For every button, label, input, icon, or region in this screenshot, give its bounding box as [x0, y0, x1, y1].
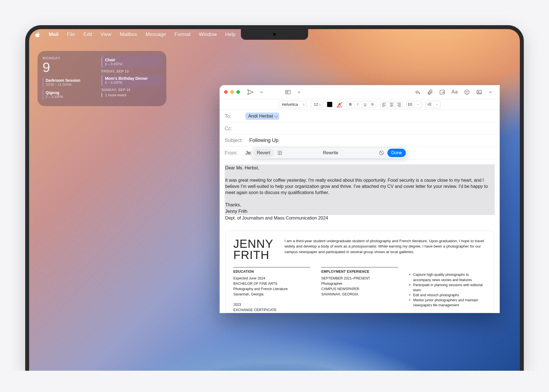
format-bar: Helvetica 12 B I U S [220, 99, 500, 110]
menubar-item-mailbox[interactable]: Mailbox [120, 32, 137, 38]
calendar-event[interactable]: Darkroom Session10:30 – 11:30AM [43, 77, 99, 88]
bold-button[interactable]: B [347, 101, 354, 108]
resume-bullets-column: Capture high-quality photographs to acco… [409, 267, 486, 312]
calendar-day-of-week: MONDAY [43, 56, 99, 60]
revert-button[interactable]: Revert [253, 149, 274, 157]
resume-line: Photographer [321, 281, 398, 286]
resume-bio: I am a third-year student undergraduate … [285, 238, 486, 261]
resume-line [233, 297, 310, 302]
menubar-app-name[interactable]: Mail [49, 32, 59, 38]
writing-tools-popover: Revert Rewrite Done [251, 147, 408, 158]
menubar-item-view[interactable]: View [101, 32, 111, 38]
cc-field-row[interactable]: Cc: [220, 123, 500, 135]
window-traffic-lights [224, 90, 240, 94]
italic-button[interactable]: I [354, 101, 361, 108]
background-color-none-icon[interactable] [336, 102, 343, 107]
menubar-item-edit[interactable]: Edit [83, 32, 92, 38]
resume-bullet: Capture high-quality photographs to acco… [409, 272, 486, 282]
align-left-button[interactable] [380, 101, 388, 108]
indent-button[interactable] [426, 101, 433, 108]
calendar-more-events[interactable]: 1 more event [101, 93, 161, 97]
screen: Mail File Edit View Mailbox Message Form… [29, 29, 520, 371]
window-titlebar: Aa [220, 85, 500, 99]
body-greeting: Dear Ms. Herbst, [225, 165, 259, 170]
to-field-row[interactable]: To: Andi Herbst [220, 110, 500, 123]
format-button[interactable]: Aa [450, 88, 459, 96]
writing-tools-list-icon[interactable] [277, 150, 283, 156]
underline-button[interactable]: U [361, 101, 369, 108]
send-button[interactable] [246, 88, 255, 96]
body-signature-dept: Dept. of Journalism and Mass Communicati… [225, 215, 494, 221]
svg-point-4 [467, 91, 468, 92]
subject-field-row[interactable]: Subject: Following Up [220, 135, 500, 146]
markup-button[interactable] [438, 88, 447, 96]
zoom-window-button[interactable] [236, 90, 240, 94]
resume-line: EXCHANGE CERTIFICATE [233, 307, 310, 313]
strikethrough-button[interactable]: S [369, 101, 376, 108]
resume-line: SEPTEMBER 2021–PRESENT [321, 276, 398, 281]
svg-point-9 [408, 105, 409, 106]
writing-tools-cancel-icon[interactable] [378, 150, 385, 156]
resume-line: SAVANNAH, GEORGIA [321, 292, 398, 297]
indent-chevron-icon[interactable] [433, 101, 440, 108]
header-fields-chevron-icon[interactable] [294, 88, 304, 96]
svg-point-3 [466, 91, 466, 92]
from-label: From: [225, 150, 242, 156]
message-body[interactable]: Dear Ms. Herbst, It was great meeting fo… [220, 160, 500, 226]
cc-label: Cc: [225, 126, 242, 132]
attachment-resume-preview[interactable]: JENNY FRITH I am a third-year student un… [225, 231, 494, 313]
align-right-button[interactable] [395, 101, 402, 108]
menubar-item-window[interactable]: Window [199, 32, 217, 38]
close-window-button[interactable] [224, 90, 228, 94]
from-field-row[interactable]: From: Jenny Fri Revert Rewrite Done [220, 146, 500, 160]
align-center-button[interactable] [388, 101, 395, 108]
menubar-item-message[interactable]: Message [146, 32, 166, 38]
resume-employment-column: EMPLOYMENT EXPERIENCE SEPTEMBER 2021–PRE… [321, 267, 398, 312]
calendar-widget[interactable]: MONDAY 9 Darkroom Session10:30 – 11:30AM… [38, 51, 166, 106]
text-align-segment [380, 101, 403, 108]
menubar-item-help[interactable]: Help [225, 32, 236, 38]
calendar-date-header: FRIDAY, SEP 13 [101, 69, 161, 73]
calendar-event[interactable]: Choir8 – 8:45PM [101, 56, 161, 68]
resume-line: Photography and French Literature [233, 286, 310, 292]
list-button[interactable] [407, 101, 414, 108]
resume-line: Expected June 2024 [233, 276, 310, 281]
reply-button[interactable] [413, 88, 422, 96]
resume-name: JENNY FRITH [233, 238, 273, 261]
apple-logo-icon[interactable] [35, 32, 40, 37]
svg-rect-10 [278, 151, 282, 155]
resume-bullet: Mentor junior photographers and maintain… [409, 298, 486, 308]
attach-button[interactable] [425, 88, 435, 96]
resume-education-column: EDUCATION Expected June 2024BACHELOR OF … [233, 267, 310, 312]
done-button[interactable]: Done [387, 149, 406, 157]
resume-line: CAMPUS NEWSPAPER [321, 286, 398, 292]
to-label: To: [225, 113, 242, 119]
send-options-chevron-icon[interactable] [257, 88, 266, 96]
svg-point-2 [465, 90, 469, 94]
resume-line: BACHELOR OF FINE ARTS [233, 281, 310, 286]
minimize-window-button[interactable] [230, 90, 234, 94]
list-chevron-icon[interactable] [414, 101, 421, 108]
text-color-swatch[interactable] [327, 102, 332, 107]
body-thanks: Thanks, [225, 202, 241, 207]
resume-line: Savannah, Georgia [233, 292, 310, 297]
indent-segment [425, 101, 441, 108]
list-segment [406, 101, 422, 108]
font-family-select[interactable]: Helvetica [279, 101, 307, 108]
header-fields-button[interactable] [283, 88, 293, 96]
photo-browser-chevron-icon[interactable] [486, 88, 495, 96]
calendar-event[interactable]: Mom's Birthday Dinner6 – 8:30PM [101, 74, 161, 86]
svg-point-7 [408, 103, 409, 104]
body-paragraph: It was great meeting for coffee yesterda… [225, 178, 488, 195]
menubar-item-file[interactable]: File [67, 32, 75, 38]
photo-browser-button[interactable] [474, 88, 484, 96]
display-notch [241, 29, 308, 40]
writing-tools-title: Rewrite [286, 150, 376, 155]
calendar-day-number: 9 [43, 61, 99, 74]
calendar-date-header: SUNDAY, SEP 15 [101, 88, 161, 92]
font-size-select[interactable]: 12 [311, 101, 323, 108]
emoji-button[interactable] [462, 88, 472, 96]
recipient-pill[interactable]: Andi Herbst [245, 113, 279, 120]
menubar-item-format[interactable]: Format [175, 32, 190, 38]
calendar-event[interactable]: Qigong2 – 3:30PM [43, 89, 99, 100]
